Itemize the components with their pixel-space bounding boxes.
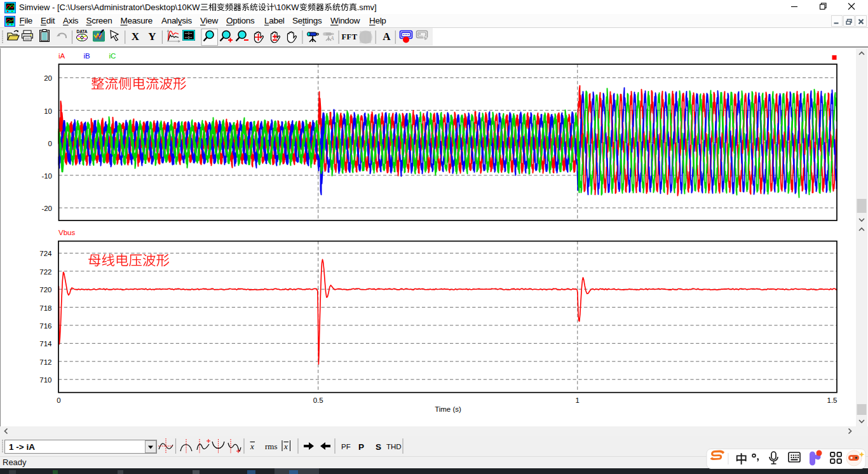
svg-text:THD: THD [386,443,402,450]
svg-text:0: 0 [48,140,52,147]
svg-text:FFT: FFT [341,32,357,41]
svg-text:X: X [132,30,140,43]
svg-text:712: 712 [39,358,51,366]
svg-text:iB: iB [84,52,91,60]
svg-text:iA: iA [58,52,65,60]
svg-text:710: 710 [39,376,51,384]
svg-text:x: x [250,442,254,451]
svg-text:rms: rms [265,442,278,451]
svg-text:724: 724 [39,250,52,257]
svg-text:Time (s): Time (s) [435,405,461,413]
svg-text:P: P [358,442,364,452]
svg-text:-20: -20 [41,205,52,212]
svg-text:S: S [376,442,381,452]
svg-text:718: 718 [39,304,51,312]
svg-text:-10: -10 [41,172,52,180]
svg-text:Y: Y [148,30,156,43]
svg-text:iC: iC [109,52,116,60]
svg-text:720: 720 [39,286,51,294]
svg-text:1: 1 [576,396,580,404]
svg-text:714: 714 [39,340,52,348]
svg-text:0.5: 0.5 [313,396,323,404]
svg-text:DATA: DATA [76,29,87,34]
svg-text:1.5: 1.5 [827,396,837,404]
svg-text:10: 10 [44,107,52,115]
svg-text:x: x [283,442,288,451]
svg-text:Vbus: Vbus [58,229,75,236]
svg-text:1 -> iA: 1 -> iA [9,442,35,452]
svg-text:0: 0 [57,396,60,404]
svg-text:A: A [383,30,391,43]
svg-text:PF: PF [341,443,351,450]
svg-text:A: A [330,35,334,41]
svg-text:716: 716 [39,322,51,330]
svg-text:722: 722 [39,268,51,276]
svg-text:20: 20 [44,74,52,82]
